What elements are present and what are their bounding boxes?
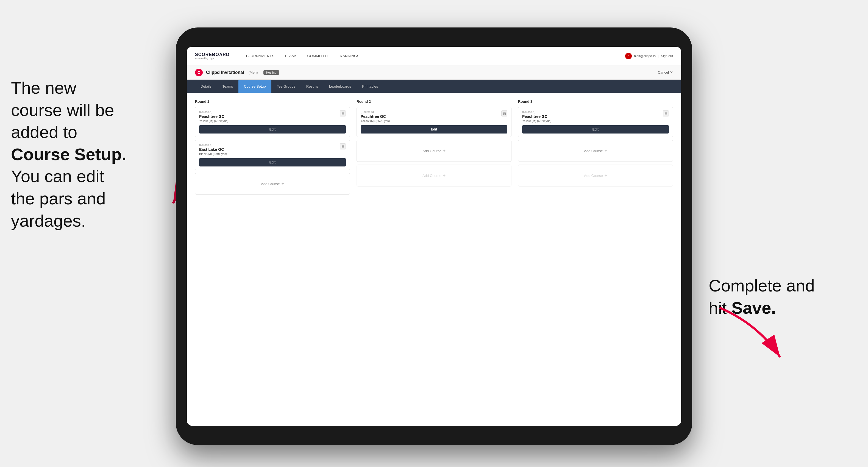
nav-divider: | <box>658 54 659 58</box>
round1-course-b-delete[interactable]: ⊟ <box>340 144 346 150</box>
round1-course-b-label: (Course B) <box>199 144 227 147</box>
round2-add-course-disabled-plus-icon: + <box>443 173 445 178</box>
user-email: blair@clippd.io <box>634 54 656 58</box>
round3-course-a-label: (Course A) <box>522 111 551 114</box>
round3-add-course-label: Add Course <box>584 149 603 153</box>
round1-add-course-label: Add Course <box>261 182 280 186</box>
round3-add-course-disabled-label: Add Course <box>584 174 603 178</box>
user-avatar: b <box>625 53 632 59</box>
round1-add-course[interactable]: Add Course + <box>195 173 350 195</box>
tab-teams[interactable]: Teams <box>217 80 239 93</box>
nav-right: b blair@clippd.io | Sign out <box>625 53 673 59</box>
tablet-device: SCOREBOARD Powered by clippd TOURNAMENTS… <box>176 28 692 445</box>
round3-add-course-plus-icon: + <box>604 148 607 153</box>
round1-course-a-details: Yellow (M) (6629 yds) <box>199 119 228 123</box>
cancel-button[interactable]: Cancel ✕ <box>658 70 673 74</box>
hosting-badge: Hosting <box>264 70 279 75</box>
sign-out-link[interactable]: Sign out <box>661 54 673 58</box>
scoreboard-logo: SCOREBOARD Powered by clippd <box>195 52 229 60</box>
cancel-x-icon: ✕ <box>670 70 673 74</box>
round2-add-course-disabled-label: Add Course <box>423 174 441 178</box>
round-1-title: Round 1 <box>195 99 350 103</box>
sub-header: C Clippd Invitational (Men) Hosting Canc… <box>187 65 681 80</box>
round1-course-b-details: Black (M) (6891 yds) <box>199 152 227 155</box>
round1-course-b-name: East Lake GC <box>199 147 227 152</box>
round-3-column: Round 3 (Course A) Peachtree GC Yellow (… <box>518 99 673 197</box>
round-1-column: Round 1 (Course A) Peachtree GC Yellow (… <box>195 99 350 197</box>
clippd-logo: C <box>195 69 203 76</box>
round2-course-a-details: Yellow (M) (6629 yds) <box>361 119 390 123</box>
round1-course-b-edit[interactable]: Edit <box>199 158 346 166</box>
round2-add-course-disabled: Add Course + <box>356 164 512 187</box>
tablet-screen: SCOREBOARD Powered by clippd TOURNAMENTS… <box>187 47 681 426</box>
round3-add-course-disabled-plus-icon: + <box>604 173 607 178</box>
round3-add-course-disabled: Add Course + <box>518 164 673 187</box>
round3-course-a-delete[interactable]: ⊟ <box>663 111 669 117</box>
round2-add-course[interactable]: Add Course + <box>356 140 512 162</box>
tab-results[interactable]: Results <box>301 80 323 93</box>
round3-course-a-edit[interactable]: Edit <box>522 125 669 133</box>
nav-links: TOURNAMENTS TEAMS COMMITTEE RANKINGS <box>241 47 625 65</box>
rounds-grid: Round 1 (Course A) Peachtree GC Yellow (… <box>195 99 673 197</box>
nav-tournaments[interactable]: TOURNAMENTS <box>241 47 280 65</box>
tab-printables[interactable]: Printables <box>356 80 383 93</box>
logo-subtitle: Powered by clippd <box>195 57 229 60</box>
round2-add-course-label: Add Course <box>423 149 441 153</box>
round2-course-a-label: (Course A) <box>361 111 390 114</box>
round2-course-a-edit[interactable]: Edit <box>361 125 507 133</box>
round2-course-a-name: Peachtree GC <box>361 114 390 119</box>
sub-header-left: C Clippd Invitational (Men) Hosting <box>195 69 279 76</box>
round1-course-a-delete[interactable]: ⊟ <box>340 111 346 117</box>
round1-course-a-label: (Course A) <box>199 111 228 114</box>
round1-course-b-card: (Course B) East Lake GC Black (M) (6891 … <box>195 140 350 170</box>
round3-course-a-card: (Course A) Peachtree GC Yellow (M) (6629… <box>518 107 673 137</box>
round2-course-a-delete[interactable]: ⊟ <box>501 111 507 117</box>
round3-course-a-details: Yellow (M) (6629 yds) <box>522 119 551 123</box>
round1-course-a-card: (Course A) Peachtree GC Yellow (M) (6629… <box>195 107 350 137</box>
tab-bar: Details Teams Course Setup Tee Groups Re… <box>187 80 681 93</box>
nav-committee[interactable]: COMMITTEE <box>303 47 335 65</box>
nav-rankings[interactable]: RANKINGS <box>335 47 365 65</box>
round2-add-course-plus-icon: + <box>443 148 445 153</box>
tournament-name: Clippd Invitational <box>206 70 244 75</box>
nav-teams[interactable]: TEAMS <box>279 47 302 65</box>
round3-add-course[interactable]: Add Course + <box>518 140 673 162</box>
round-2-column: Round 2 (Course A) Peachtree GC Yellow (… <box>356 99 512 197</box>
tab-course-setup[interactable]: Course Setup <box>239 80 271 93</box>
tournament-gender: (Men) <box>249 70 258 74</box>
round1-course-a-edit[interactable]: Edit <box>199 125 346 133</box>
round1-course-a-name: Peachtree GC <box>199 114 228 119</box>
annotation-left: The new course will be added to Course S… <box>11 77 170 232</box>
tab-details[interactable]: Details <box>195 80 217 93</box>
logo-title: SCOREBOARD <box>195 52 229 57</box>
round1-add-course-plus-icon: + <box>282 181 284 186</box>
round3-course-a-name: Peachtree GC <box>522 114 551 119</box>
round-3-title: Round 3 <box>518 99 673 103</box>
tab-leaderboards[interactable]: Leaderboards <box>323 80 356 93</box>
round2-course-a-card: (Course A) Peachtree GC Yellow (M) (6629… <box>356 107 512 137</box>
arrow-right-icon <box>709 302 797 379</box>
round-2-title: Round 2 <box>356 99 512 103</box>
top-nav: SCOREBOARD Powered by clippd TOURNAMENTS… <box>187 47 681 65</box>
main-content: Round 1 (Course A) Peachtree GC Yellow (… <box>187 93 681 426</box>
tab-tee-groups[interactable]: Tee Groups <box>271 80 301 93</box>
